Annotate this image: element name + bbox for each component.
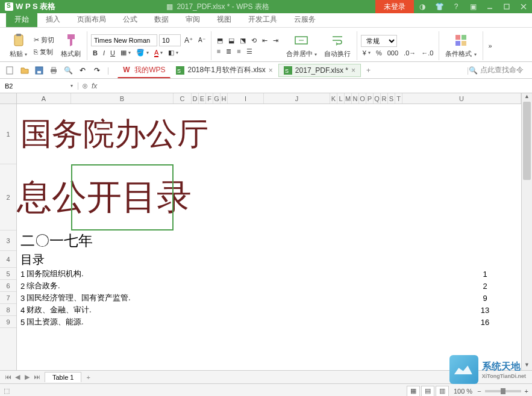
tab-insert[interactable]: 插入 [37,13,69,27]
qat-open-button[interactable] [18,64,31,77]
table-row[interactable]: 2综合政务.2 [17,280,521,292]
row-header[interactable]: 8 [0,304,16,316]
italic-button[interactable]: I [101,49,107,57]
conditional-format-button[interactable]: 条件格式 ▾ [443,32,478,60]
indent-decrease-button[interactable]: ⇤ [260,36,269,45]
tab-formula[interactable]: 公式 [114,13,146,27]
col-header[interactable]: P [366,93,374,104]
cell-a1[interactable]: 国务院办公厅 [17,104,521,164]
sheet-nav-first[interactable]: ⏮ [4,373,12,381]
formula-input[interactable] [101,81,528,90]
sheet-nav-next[interactable]: ▶ [23,373,31,381]
font-size-combo[interactable] [159,34,181,46]
table-row[interactable]: 4财政、金融、审计.13 [17,304,521,316]
fill-color-button[interactable]: 🪣▾ [134,48,151,57]
row-header[interactable]: 3 [0,230,16,251]
table-row[interactable]: 1国务院组织机构.1 [17,268,521,280]
ribbon-more-button[interactable]: » [487,42,494,50]
fx-icon[interactable]: fx [92,82,97,90]
scroll-up-icon[interactable]: ▲ [522,93,532,102]
qat-save-button[interactable] [33,64,46,77]
qat-redo-button[interactable]: ↷ [90,64,104,77]
indent-increase-button[interactable]: ⇥ [271,36,280,45]
qat-new-button[interactable] [4,64,17,77]
maximize-button[interactable] [498,0,515,13]
col-header[interactable]: U [402,93,521,104]
col-header[interactable]: S [388,93,395,104]
col-header[interactable]: F [206,93,213,104]
row-header[interactable]: 6 [0,280,16,292]
view-page-button[interactable]: ▤ [421,386,434,397]
close-tab-icon[interactable]: × [269,66,273,75]
col-header[interactable]: D [192,93,199,104]
help-icon[interactable]: ? [448,0,465,13]
currency-button[interactable]: ¥▾ [361,49,372,57]
row-header[interactable]: 1 [0,104,16,164]
doctab-mywps[interactable]: W 我的WPS [117,63,171,78]
qat-preview-button[interactable]: 🔍 [61,64,75,77]
tab-review[interactable]: 审阅 [177,13,208,27]
ribbon-toggle-icon[interactable]: ▣ [465,0,481,13]
command-search[interactable]: 🔍 点此查找命令 [469,65,528,75]
align-middle-button[interactable]: ⬓ [227,36,236,45]
add-sheet-button[interactable]: + [81,373,95,382]
login-button[interactable]: 未登录 [375,0,414,13]
border-button[interactable]: ▦▾ [119,48,133,57]
copy-button[interactable]: ⎘复制 [32,47,56,57]
col-header[interactable]: J [264,93,330,104]
underline-button[interactable]: U [108,49,117,57]
sheet-tab[interactable]: Table 1 [45,372,81,382]
cut-button[interactable]: ✂剪切 [32,35,56,45]
wrap-text-button[interactable]: 自动换行 [322,32,353,60]
increase-decimal-button[interactable]: .0→ [402,49,418,57]
col-header[interactable]: E [199,93,206,104]
col-header[interactable]: G [213,93,221,104]
increase-font-button[interactable]: A⁺ [183,36,195,45]
col-header[interactable]: K [330,93,337,104]
close-button[interactable] [515,0,532,13]
col-header[interactable]: C [174,93,192,104]
col-header[interactable]: T [395,93,402,104]
col-header[interactable]: A [17,93,71,104]
col-header[interactable]: L [337,93,345,104]
comma-button[interactable]: 000 [386,49,400,57]
cell-a2[interactable]: 息公开目录 [17,164,521,230]
number-format-combo[interactable]: 常规 [361,35,397,47]
tab-page-layout[interactable]: 页面布局 [69,13,114,27]
merge-center-button[interactable]: 合并居中 ▾ [284,32,319,60]
name-box[interactable]: B2▾ [0,82,78,90]
row-header[interactable]: 5 [0,268,16,280]
paste-button[interactable]: 粘贴 ▾ [7,32,30,60]
tab-devtools[interactable]: 开发工具 [240,13,286,27]
row-header[interactable]: 2 [0,164,16,230]
tab-start[interactable]: 开始 [6,13,37,27]
scroll-down-icon[interactable]: ▼ [522,362,532,370]
new-doctab-button[interactable]: + [361,64,376,77]
decrease-decimal-button[interactable]: ←.0 [419,49,435,57]
tab-data[interactable]: 数据 [146,13,177,27]
table-row[interactable]: 5国土资源、能源.16 [17,316,521,328]
align-bottom-button[interactable]: ⬔ [238,36,248,45]
col-header[interactable]: R [381,93,388,104]
table-row[interactable]: 3国民经济管理、国有资产监管.9 [17,292,521,304]
view-normal-button[interactable]: ▦ [407,386,420,397]
qat-undo-button[interactable]: ↶ [76,64,89,77]
col-header[interactable]: O [359,93,366,104]
tab-cloud[interactable]: 云服务 [286,13,324,27]
align-center-button[interactable]: ≣ [224,47,233,56]
col-header[interactable]: N [352,93,359,104]
shirt-icon[interactable]: 👕 [431,0,448,13]
zoom-in-button[interactable]: + [525,388,528,395]
format-painter-button[interactable]: 格式刷 [58,32,83,60]
select-all-corner[interactable] [0,93,17,104]
vertical-scrollbar[interactable]: ▲ ▼ [521,93,532,370]
cell-a3[interactable]: 二〇一七年 [17,230,521,251]
col-header[interactable]: H [221,93,228,104]
col-header[interactable]: B [71,93,174,104]
clear-format-button[interactable]: ◧▾ [166,48,180,57]
zoom-level[interactable]: 100 % [454,388,472,395]
view-pagebreak-button[interactable]: ▥ [436,386,449,397]
tab-view[interactable]: 视图 [208,13,240,27]
row-header[interactable]: 9 [0,316,16,328]
align-right-button[interactable]: ≡ [235,47,242,55]
